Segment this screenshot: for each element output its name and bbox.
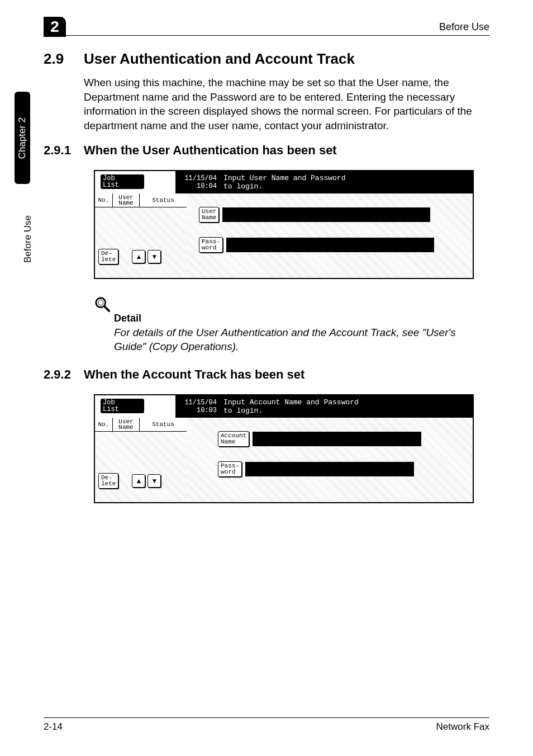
panel1-time: 10:04 bbox=[178, 182, 217, 190]
password-button[interactable]: Pass- word bbox=[199, 237, 223, 253]
detail-text: For details of the User Authentication a… bbox=[114, 325, 489, 354]
subsection-1-heading: 2.9.1 When the User Authentication has b… bbox=[44, 143, 489, 158]
svg-line-2 bbox=[104, 306, 109, 310]
scroll-down-button-2[interactable]: ▼ bbox=[147, 474, 161, 488]
delete-button[interactable]: De- lete bbox=[98, 249, 118, 264]
footer-page-number: 2-14 bbox=[44, 721, 63, 733]
subsection-1-number: 2.9.1 bbox=[44, 143, 84, 158]
panel2-datetime: 11/15/04 10:03 bbox=[175, 395, 219, 418]
user-auth-panel: Job List 11/15/04 10:04 Input User Name … bbox=[94, 170, 474, 279]
panel1-column-header: No. User Name Status bbox=[95, 193, 187, 207]
section-intro: When using this machine, the machine may… bbox=[84, 75, 489, 133]
panel1-col-no: No. bbox=[95, 193, 113, 207]
password-input[interactable] bbox=[226, 238, 434, 252]
panel1-datetime: 11/15/04 10:04 bbox=[175, 171, 219, 193]
running-head: Before Use bbox=[439, 21, 489, 33]
job-list-tab-2[interactable]: Job List bbox=[95, 395, 175, 418]
panel1-prompt: Input User Name and Password to login. bbox=[219, 171, 473, 193]
user-name-input[interactable] bbox=[222, 207, 430, 222]
arrow-up-icon: ▲ bbox=[135, 253, 142, 261]
scroll-down-button[interactable]: ▼ bbox=[147, 250, 161, 263]
job-list-label: Job List bbox=[101, 174, 144, 189]
panel1-prompt-line1: Input User Name and Password bbox=[223, 174, 468, 182]
arrow-up-icon: ▲ bbox=[135, 477, 142, 485]
scroll-up-button-2[interactable]: ▲ bbox=[132, 474, 145, 488]
panel1-prompt-line2: to login. bbox=[223, 182, 468, 191]
panel2-time: 10:03 bbox=[178, 407, 217, 414]
panel2-col-no: No. bbox=[95, 418, 113, 431]
panel2-col-status: Status bbox=[140, 418, 187, 431]
detail-callout: Detail For details of the User Authentic… bbox=[94, 296, 489, 354]
panel2-prompt-line1: Input Account Name and Password bbox=[223, 398, 468, 407]
panel1-date: 11/15/04 bbox=[178, 174, 217, 182]
side-chapter-label: Chapter 2 bbox=[17, 117, 28, 159]
section-title: User Authentication and Account Track bbox=[84, 50, 355, 68]
account-password-input[interactable] bbox=[245, 462, 414, 476]
magnifier-icon bbox=[94, 296, 111, 313]
page-footer: 2-14 Network Fax bbox=[44, 717, 489, 733]
delete-button-2[interactable]: De- lete bbox=[98, 473, 118, 489]
svg-point-1 bbox=[98, 300, 103, 305]
chapter-chip: 2 bbox=[44, 17, 66, 37]
subsection-2-number: 2.9.2 bbox=[44, 367, 84, 382]
arrow-down-icon: ▼ bbox=[151, 253, 158, 261]
panel2-prompt-line2: to login. bbox=[223, 407, 468, 415]
side-section-label: Before Use bbox=[22, 215, 34, 263]
user-name-button[interactable]: User Name bbox=[199, 207, 219, 223]
panel2-column-header: No. User Name Status bbox=[95, 418, 187, 432]
footer-title: Network Fax bbox=[436, 721, 489, 733]
subsection-2-title: When the Account Track has been set bbox=[84, 367, 304, 382]
account-track-panel: Job List 11/15/04 10:03 Input Account Na… bbox=[94, 394, 474, 503]
side-chapter-tab: Chapter 2 bbox=[15, 92, 30, 184]
job-list-tab[interactable]: Job List bbox=[95, 171, 175, 193]
job-list-label-2: Job List bbox=[101, 399, 144, 413]
account-name-input[interactable] bbox=[253, 432, 421, 446]
panel1-col-status: Status bbox=[140, 193, 187, 207]
scroll-up-button[interactable]: ▲ bbox=[132, 250, 145, 263]
arrow-down-icon: ▼ bbox=[151, 477, 158, 485]
subsection-1-title: When the User Authentication has been se… bbox=[84, 143, 337, 158]
account-name-button[interactable]: Account Name bbox=[218, 431, 249, 447]
section-number: 2.9 bbox=[44, 50, 84, 68]
section-heading: 2.9 User Authentication and Account Trac… bbox=[44, 50, 489, 68]
account-password-button[interactable]: Pass- word bbox=[218, 461, 242, 477]
detail-label: Detail bbox=[114, 313, 489, 324]
panel2-date: 11/15/04 bbox=[178, 399, 217, 407]
page-header: 2 Before Use bbox=[44, 19, 489, 36]
header-rule bbox=[44, 35, 489, 36]
panel2-col-user: User Name bbox=[113, 418, 140, 431]
subsection-2-heading: 2.9.2 When the Account Track has been se… bbox=[44, 367, 489, 382]
panel1-col-user: User Name bbox=[113, 193, 140, 207]
panel2-prompt: Input Account Name and Password to login… bbox=[219, 395, 473, 418]
